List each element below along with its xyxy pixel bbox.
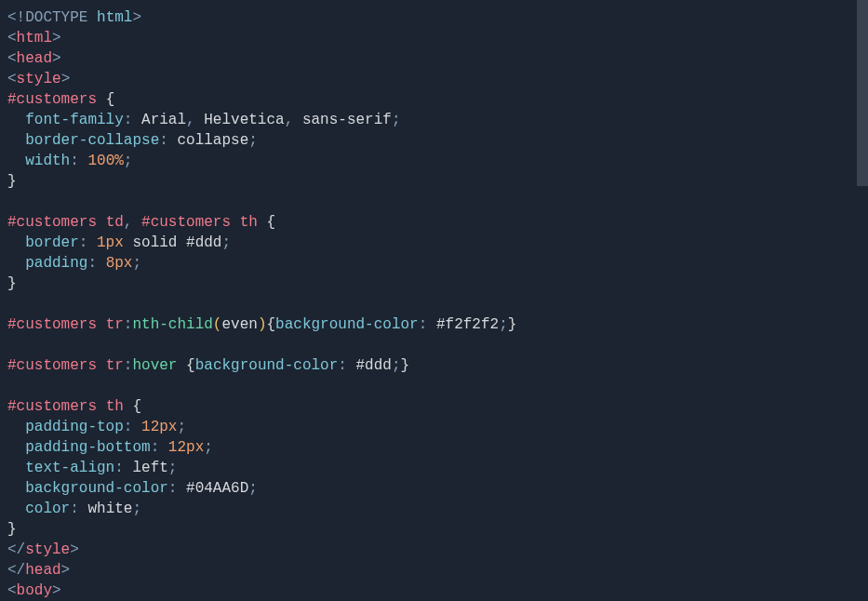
scrollbar-track[interactable] [857,0,868,601]
code-token: 12px [168,439,204,456]
code-line[interactable]: <!DOCTYPE html> [7,7,849,28]
code-token: padding-bottom [25,439,150,456]
code-token [231,214,240,231]
code-line[interactable]: <style> [7,69,849,89]
code-line[interactable] [7,294,849,314]
code-line[interactable]: <html> [7,28,849,48]
code-token: ; [221,234,231,251]
code-token: hover [132,357,177,374]
code-line[interactable]: <head> [7,48,849,69]
code-line[interactable]: #customers tr:nth-child(even){background… [7,314,849,335]
code-line[interactable]: <body> [7,581,849,601]
code-token [97,316,106,333]
code-token [7,132,25,149]
code-token: < [7,582,17,599]
code-token [124,398,133,415]
code-token: ; [168,460,178,476]
code-token: collapse [177,132,248,149]
code-token: 100% [87,153,123,169]
code-line[interactable]: #customers td, #customers th { [7,212,849,233]
code-line[interactable]: #customers tr:hover {background-color: #… [7,355,849,376]
code-line[interactable]: #customers { [7,89,849,110]
code-token: ; [124,153,133,169]
code-line[interactable]: #customers th { [7,396,849,417]
code-line[interactable]: } [7,519,849,540]
code-line[interactable]: padding: 8px; [7,253,849,274]
code-token: </ [7,562,25,579]
code-line[interactable]: border: 1px solid #ddd; [7,233,849,253]
code-token [124,234,133,251]
code-token: #customers [7,91,97,108]
code-token [7,153,25,169]
code-token [97,357,106,374]
code-token: ; [177,419,186,435]
code-token: sans-serif [302,112,392,128]
code-token: background-color [195,357,339,374]
code-token: border [25,234,79,251]
code-token: : [419,316,436,333]
code-line[interactable] [7,376,849,396]
code-token: text-align [25,460,114,476]
code-token: #customers [7,316,97,333]
code-line[interactable]: padding-bottom: 12px; [7,437,849,458]
code-token: ; [499,316,508,333]
code-token: , [186,112,204,128]
code-line[interactable]: } [7,274,849,294]
code-token: } [508,316,517,333]
code-token: > [132,9,141,26]
code-token: width [25,153,70,169]
code-token: : [338,357,355,374]
code-line[interactable]: </style> [7,540,849,560]
code-token: #customers [7,398,97,415]
code-token: < [7,30,17,47]
code-token: #f2f2f2 [436,316,499,333]
code-token: : [124,112,141,128]
code-token [7,501,25,517]
code-token: style [25,541,70,558]
code-token: head [25,562,60,579]
code-line[interactable]: } [7,171,849,192]
code-line[interactable] [7,335,849,355]
code-token: th [106,398,124,415]
code-token: #04AA6D [186,480,248,497]
code-token [7,112,25,128]
code-token: : [70,153,87,169]
code-token: > [52,30,61,47]
code-token: 12px [141,419,177,435]
code-token: 8px [106,255,133,272]
code-token: , [124,214,141,231]
code-token: left [132,460,167,476]
code-token: ; [204,439,213,456]
code-token: !DOCTYPE [17,9,88,26]
code-line[interactable]: width: 100%; [7,151,849,171]
code-line[interactable]: font-family: Arial, Helvetica, sans-seri… [7,110,849,130]
code-token: { [266,214,275,231]
code-token: #customers [7,214,97,231]
code-token: Helvetica [204,112,284,128]
code-line[interactable] [7,192,849,212]
code-editor[interactable]: <!DOCTYPE html><html><head><style>#custo… [0,0,857,601]
code-token: > [61,71,71,87]
code-line[interactable]: text-align: left; [7,458,849,478]
code-token: : [124,419,141,435]
code-token: : [168,480,186,497]
code-line[interactable]: border-collapse: collapse; [7,130,849,151]
scrollbar-thumb[interactable] [857,0,868,186]
code-token: ; [132,501,141,517]
code-token: > [70,541,79,558]
code-token: padding [25,255,87,272]
code-token: html [97,9,132,26]
code-token: #ddd [186,234,221,251]
code-line[interactable]: color: white; [7,499,849,519]
code-token: < [7,50,17,67]
code-line[interactable]: </head> [7,560,849,581]
code-token: padding-top [25,419,124,435]
code-line[interactable]: background-color: #04AA6D; [7,478,849,499]
code-token [7,480,25,497]
code-token: solid [132,234,177,251]
code-token: { [186,357,195,374]
code-token: : [114,460,132,476]
code-token: tr [106,357,124,374]
code-line[interactable]: padding-top: 12px; [7,417,849,437]
code-token [177,357,186,374]
